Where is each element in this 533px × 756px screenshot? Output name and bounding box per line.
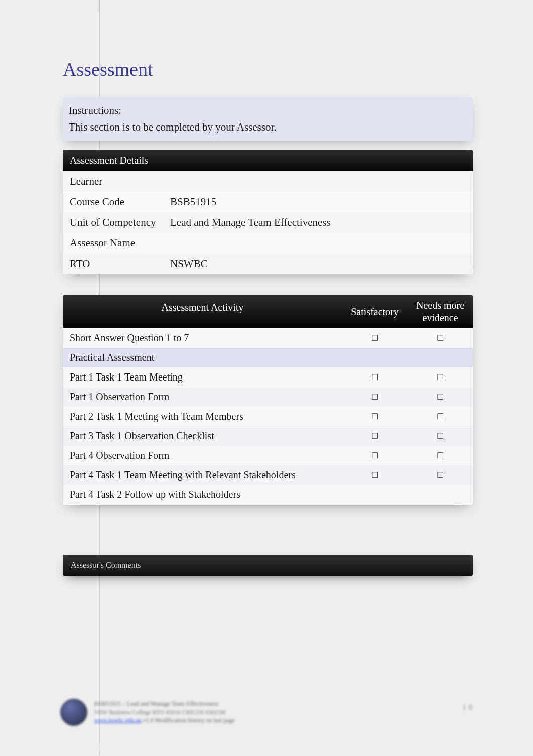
checkbox-needs-evidence[interactable]: ☐ [408, 368, 473, 386]
checkbox-satisfactory[interactable]: ☐ [342, 329, 408, 347]
checkbox-needs-evidence[interactable]: ☐ [408, 329, 473, 347]
checkbox-satisfactory[interactable]: ☐ [342, 368, 408, 386]
assessment-details-table: Learner Course Code BSB51915 Unit of Com… [63, 171, 473, 274]
detail-label-course-code: Course Code [63, 192, 163, 212]
activity-label: Part 4 Observation Form [63, 446, 342, 465]
activity-label: Part 4 Task 1 Team Meeting with Relevant… [63, 465, 342, 485]
col-header-satisfactory: Satisfactory [342, 295, 408, 328]
activity-subheader-label: Practical Assessment [63, 348, 473, 367]
checkbox-needs-evidence[interactable]: ☐ [408, 447, 473, 464]
detail-label-rto: RTO [63, 254, 163, 274]
activity-row: Part 4 Task 1 Team Meeting with Relevant… [63, 465, 473, 485]
activity-row: Short Answer Question 1 to 7☐☐ [63, 328, 473, 348]
col-header-activity: Assessment Activity [63, 295, 342, 328]
checkbox-satisfactory[interactable] [342, 491, 408, 499]
checkbox-satisfactory[interactable]: ☐ [342, 447, 408, 464]
activity-row: Part 1 Task 1 Team Meeting☐☐ [63, 367, 473, 387]
detail-value-learner[interactable] [163, 171, 473, 192]
detail-label-learner: Learner [63, 171, 163, 192]
detail-label-assessor: Assessor Name [63, 233, 163, 254]
checkbox-needs-evidence[interactable]: ☐ [408, 466, 473, 484]
activity-label: Short Answer Question 1 to 7 [63, 328, 342, 348]
activity-label: Part 4 Task 2 Follow up with Stakeholder… [63, 485, 342, 505]
assessment-details-header: Assessment Details [63, 150, 473, 171]
table-row: Assessor Name [63, 233, 473, 254]
detail-value-unit: Lead and Manage Team Effectiveness [163, 212, 473, 233]
activity-subheader: Practical Assessment [63, 348, 473, 367]
assessment-details-section: Assessment Details Learner Course Code B… [63, 150, 473, 274]
detail-value-rto: NSWBC [163, 254, 473, 274]
checkbox-satisfactory[interactable]: ☐ [342, 427, 408, 445]
table-row: Course Code BSB51915 [63, 192, 473, 212]
activity-table-header: Assessment Activity Satisfactory Needs m… [63, 295, 473, 328]
checkbox-satisfactory[interactable]: ☐ [342, 466, 408, 484]
page-title: Assessment [63, 58, 473, 80]
detail-value-assessor[interactable] [163, 233, 473, 254]
col-header-needs-evidence: Needs more evidence [408, 295, 473, 328]
checkbox-needs-evidence[interactable]: ☐ [408, 388, 473, 406]
checkbox-satisfactory[interactable]: ☐ [342, 408, 408, 425]
activity-label: Part 3 Task 1 Observation Checklist [63, 426, 342, 446]
instructions-box: Instructions: This section is to be comp… [63, 97, 473, 141]
activity-table: Assessment Activity Satisfactory Needs m… [63, 295, 473, 505]
checkbox-needs-evidence[interactable] [408, 491, 473, 499]
instructions-label: Instructions: [69, 104, 467, 117]
checkbox-satisfactory[interactable]: ☐ [342, 388, 408, 406]
activity-label: Part 2 Task 1 Meeting with Team Members [63, 407, 342, 426]
instructions-text: This section is to be completed by your … [69, 121, 467, 134]
checkbox-needs-evidence[interactable]: ☐ [408, 408, 473, 425]
activity-row: Part 4 Task 2 Follow up with Stakeholder… [63, 485, 473, 505]
page-body: Assessment Instructions: This section is… [0, 0, 533, 756]
activity-row: Part 3 Task 1 Observation Checklist☐☐ [63, 426, 473, 446]
table-row: Unit of Competency Lead and Manage Team … [63, 212, 473, 233]
detail-label-unit: Unit of Competency [63, 212, 163, 233]
activity-row: Part 2 Task 1 Meeting with Team Members☐… [63, 407, 473, 426]
table-row: Learner [63, 171, 473, 192]
activity-label: Part 1 Observation Form [63, 387, 342, 407]
activity-row: Part 1 Observation Form☐☐ [63, 387, 473, 407]
detail-value-course-code: BSB51915 [163, 192, 473, 212]
checkbox-needs-evidence[interactable]: ☐ [408, 427, 473, 445]
table-row: RTO NSWBC [63, 254, 473, 274]
activity-row: Part 4 Observation Form☐☐ [63, 446, 473, 465]
activity-label: Part 1 Task 1 Team Meeting [63, 367, 342, 387]
